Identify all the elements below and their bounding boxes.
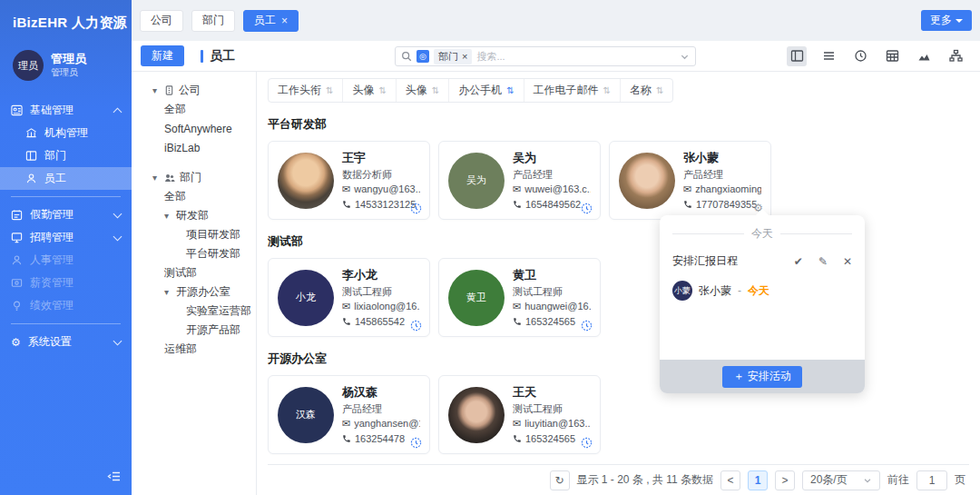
popup-footer: ＋ 安排活动 xyxy=(660,360,865,393)
panel-view-icon[interactable] xyxy=(787,46,807,66)
employee-phone: 14533123125 xyxy=(355,197,416,213)
list-view-icon[interactable] xyxy=(818,46,838,66)
tab-employee[interactable]: 员工 × xyxy=(243,10,299,32)
employee-card[interactable]: 小龙 李小龙 测试工程师 ✉lixiaolong@16... 145865542 xyxy=(268,258,430,337)
bank-icon xyxy=(25,127,37,139)
caret-icon[interactable]: ▾ xyxy=(164,211,172,221)
avatar-initials: 小龙 xyxy=(278,270,334,326)
menu-item-employee[interactable]: 员工 xyxy=(0,167,132,190)
schedule-activity-button[interactable]: ＋ 安排活动 xyxy=(722,366,801,388)
employee-card[interactable]: 王天 测试工程师 ✉liuyitian@163.... 165324565 xyxy=(438,375,601,454)
goto-page-input[interactable]: 1 xyxy=(916,470,947,490)
sort-icon: ⇅ xyxy=(506,85,514,95)
chevron-down-icon[interactable] xyxy=(680,52,690,62)
employee-title: 测试工程师 xyxy=(342,284,420,300)
chevron-down-icon xyxy=(113,232,122,241)
search-input[interactable]: ◎ 部门 × 搜索... xyxy=(395,46,696,66)
edit-icon[interactable]: ✎ xyxy=(818,255,828,268)
collapse-sidebar-icon[interactable] xyxy=(107,470,121,486)
sort-option[interactable]: 名称⇅ xyxy=(620,79,672,102)
goto-label: 前往 xyxy=(887,472,909,488)
tab-department[interactable]: 部门 xyxy=(191,10,235,32)
schedule-icon[interactable] xyxy=(581,437,593,449)
chart-view-icon[interactable] xyxy=(914,46,934,66)
employee-title: 测试工程师 xyxy=(513,284,591,300)
nav-tree: ▾ 公司 全部 SoftAnywhere iBizLab ▾ 部门 全部 ▾ 研… xyxy=(132,72,257,495)
schedule-icon[interactable] xyxy=(410,320,422,332)
tree-node-rd[interactable]: ▾ 研发部 xyxy=(144,206,256,225)
email-icon: ✉ xyxy=(342,416,350,431)
employee-email: wuwei@163.c... xyxy=(524,182,591,197)
employee-email: zhangxiaoming... xyxy=(695,182,761,197)
tree-node-department[interactable]: ▾ 部门 xyxy=(144,168,256,187)
org-tree-view-icon[interactable] xyxy=(946,46,965,66)
employee-card[interactable]: 汉森 杨汉森 产品经理 ✉yanghansen@1... 163254478 xyxy=(268,375,430,454)
tab-company[interactable]: 公司 xyxy=(140,10,183,32)
employee-name: 黄卫 xyxy=(513,266,591,284)
sort-option[interactable]: 工作头衔⇅ xyxy=(269,79,342,102)
sort-option[interactable]: 工作电子邮件⇅ xyxy=(524,79,620,102)
schedule-icon[interactable] xyxy=(410,203,422,214)
tree-node[interactable]: 全部 xyxy=(144,100,256,119)
tree-node[interactable]: 平台研发部 xyxy=(144,244,256,263)
tree-node[interactable]: 项目研发部 xyxy=(144,225,256,244)
tree-node[interactable]: iBizLab xyxy=(144,138,256,157)
employee-card[interactable]: 吴为 吴为 产品经理 ✉wuwei@163.c... 1654849562 xyxy=(438,141,601,220)
menu-item-settings[interactable]: ⚙ 系统设置 xyxy=(0,331,132,353)
prev-page-button[interactable]: < xyxy=(720,470,740,490)
tree-node[interactable]: 测试部 xyxy=(144,263,256,282)
app-logo: iBizEHR 人力资源 xyxy=(0,0,132,37)
task-title: 安排汇报日程 xyxy=(672,253,738,269)
tree-node-oss[interactable]: ▾ 开源办公室 xyxy=(144,282,256,302)
schedule-icon[interactable] xyxy=(581,320,593,332)
page-size-select[interactable]: 20条/页 xyxy=(802,470,880,490)
tree-node[interactable]: 全部 xyxy=(144,187,256,206)
menu-item-attendance[interactable]: 假勤管理 xyxy=(0,203,132,226)
more-button[interactable]: 更多 xyxy=(921,10,972,31)
tree-node[interactable]: 实验室运营部 xyxy=(144,302,256,321)
current-page[interactable]: 1 xyxy=(748,470,768,490)
sort-bar: 工作头衔⇅ 头像⇅ 头像⇅ 办公手机⇅ 工作电子邮件⇅ 名称⇅ xyxy=(268,78,673,103)
employee-card[interactable]: 王宇 数据分析师 ✉wangyu@163.... 14533123125 xyxy=(268,141,430,220)
close-tab-icon[interactable]: × xyxy=(281,15,288,27)
chevron-down-icon xyxy=(863,476,872,485)
sort-option[interactable]: 头像⇅ xyxy=(396,79,448,102)
caret-icon[interactable]: ▾ xyxy=(152,173,160,183)
search-filter-tag[interactable]: 部门 × xyxy=(434,49,472,64)
tree-node[interactable]: 运维部 xyxy=(144,340,256,359)
menu-item-department[interactable]: 部门 xyxy=(0,144,132,167)
tree-node[interactable]: SoftAnywhere xyxy=(144,119,256,138)
employee-card[interactable]: 张小蒙 产品经理 ✉zhangxiaoming... 17707849355 ⚙ xyxy=(609,141,771,220)
delete-icon[interactable]: ✕ xyxy=(843,255,852,268)
employee-phone: 165324565 xyxy=(525,431,575,447)
clock-view-icon[interactable] xyxy=(850,46,870,66)
menu-item-org-mgmt[interactable]: 机构管理 xyxy=(0,122,132,144)
company-icon xyxy=(164,85,174,95)
refresh-icon[interactable]: ↻ xyxy=(550,470,570,490)
employee-email: wangyu@163.... xyxy=(354,182,420,197)
email-icon: ✉ xyxy=(513,416,521,431)
new-button[interactable]: 新建 xyxy=(141,45,184,66)
user-profile[interactable]: 理员 管理员 管理员 xyxy=(0,37,132,94)
menu-divider xyxy=(11,323,121,324)
complete-icon[interactable]: ✔ xyxy=(794,255,803,268)
employee-name: 王宇 xyxy=(342,149,420,167)
schedule-icon[interactable] xyxy=(581,203,593,214)
menu-item-base-mgmt[interactable]: 基础管理 xyxy=(0,99,132,122)
remove-filter-icon[interactable]: × xyxy=(462,51,467,62)
caret-icon[interactable]: ▾ xyxy=(152,85,160,95)
tree-node-company[interactable]: ▾ 公司 xyxy=(144,81,256,100)
table-view-icon[interactable] xyxy=(882,46,902,66)
chevron-down-icon xyxy=(113,209,122,218)
sort-option-active[interactable]: 办公手机⇅ xyxy=(448,79,523,102)
avatar-initials: 吴为 xyxy=(448,153,505,209)
tree-node[interactable]: 开源产品部 xyxy=(144,321,256,340)
next-page-button[interactable]: > xyxy=(775,470,795,490)
schedule-icon[interactable] xyxy=(410,437,422,449)
menu-item-recruiting[interactable]: 招聘管理 xyxy=(0,226,132,249)
popup-entry-row[interactable]: 小蒙 张小蒙 - 今天 xyxy=(660,274,865,307)
caret-icon[interactable]: ▾ xyxy=(164,287,172,297)
sort-option[interactable]: 头像⇅ xyxy=(342,79,395,102)
view-switcher xyxy=(787,46,971,66)
employee-card[interactable]: 黄卫 黄卫 测试工程师 ✉huangwei@16... 165324565 xyxy=(438,258,601,337)
